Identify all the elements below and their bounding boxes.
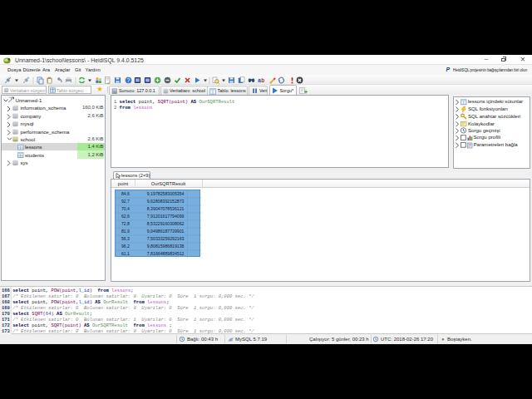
svg-text:?: ? — [127, 77, 131, 83]
svg-text:b: b — [261, 76, 264, 82]
